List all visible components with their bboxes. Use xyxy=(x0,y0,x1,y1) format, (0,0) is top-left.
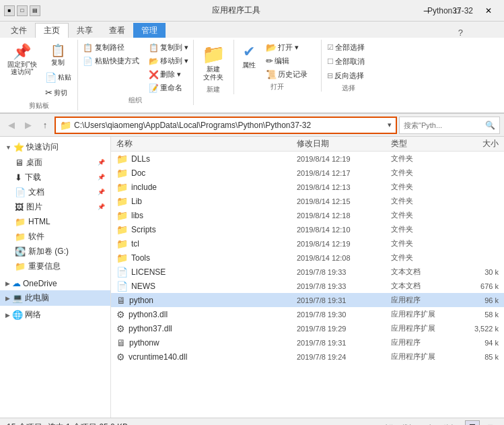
ribbon-select: ☑ 全部选择 ☐ 全部取消 ⊟ 反向选择 选择 xyxy=(322,40,375,93)
sidebar-item-g-drive[interactable]: 💽 新加卷 (G:) xyxy=(0,244,110,259)
btn-pin[interactable]: 📌 固定到"快速访问" xyxy=(4,41,40,77)
header-name[interactable]: 名称 xyxy=(116,138,297,150)
sidebar-item-downloads[interactable]: ⬇ 下载 📌 xyxy=(0,170,110,185)
file-name: DLLs xyxy=(131,154,297,164)
file-name: Tools xyxy=(131,253,297,263)
btn-copy-path[interactable]: 📋 复制路径 xyxy=(81,41,141,54)
open-icon: 📂 xyxy=(266,42,277,53)
file-type: 文件夹 xyxy=(391,238,458,249)
onedrive-item[interactable]: ▶ ☁ OneDrive xyxy=(0,276,110,290)
address-bar-row: ◀ ▶ ↑ 📁 C:\Users\qiaomeng\AppData\Local\… xyxy=(0,114,504,137)
table-row[interactable]: 📁 include 2019/8/14 12:13 文件夹 xyxy=(111,180,504,194)
sidebar-item-html[interactable]: 📁 HTML xyxy=(0,214,110,229)
btn-history[interactable]: 📜 历史记录 xyxy=(264,68,310,81)
sidebar-item-desktop[interactable]: 🖥 桌面 📌 xyxy=(0,155,110,170)
html-icon: 📁 xyxy=(15,217,26,227)
back-button[interactable]: ◀ xyxy=(4,117,19,133)
btn-edit[interactable]: ✏ 编辑 xyxy=(264,55,310,67)
header-type[interactable]: 类型 xyxy=(391,138,458,150)
tab-file[interactable]: 文件 xyxy=(3,23,35,38)
table-row[interactable]: 📁 Doc 2019/8/14 12:17 文件夹 xyxy=(111,166,504,180)
close-button[interactable]: ✕ xyxy=(473,0,504,22)
help-icon[interactable]: ? xyxy=(454,28,467,38)
move-to-icon: 📂 xyxy=(149,57,159,66)
maximize-button[interactable]: □ xyxy=(442,0,473,22)
table-row[interactable]: 📁 Tools 2019/8/14 12:08 文件夹 xyxy=(111,251,504,265)
btn-move-to[interactable]: 📂 移动到 ▾ xyxy=(147,55,190,67)
thispc-item[interactable]: ▶ 💻 此电脑 xyxy=(0,290,110,306)
file-size: 676 k xyxy=(458,282,499,290)
paste-icon: 📄 xyxy=(45,72,57,83)
network-item[interactable]: ▶ 🌐 网络 xyxy=(0,307,110,323)
table-row[interactable]: 📁 tcl 2019/8/14 12:19 文件夹 xyxy=(111,236,504,251)
file-name: include xyxy=(131,183,297,192)
file-name: Scripts xyxy=(131,225,297,234)
view-large-button[interactable]: ⊞ xyxy=(482,420,497,426)
address-dropdown-icon[interactable]: ▾ xyxy=(388,121,392,129)
table-row[interactable]: ⚙ python37.dll 2019/7/8 19:29 应用程序扩展 3,5… xyxy=(111,321,504,335)
table-row[interactable]: 📁 Lib 2019/8/14 12:15 文件夹 xyxy=(111,194,504,208)
tab-view[interactable]: 查看 xyxy=(101,23,133,38)
file-date: 2019/8/14 12:13 xyxy=(297,183,391,191)
quick-access-header[interactable]: ▼ ⭐ 快速访问 xyxy=(0,139,110,155)
file-date: 2019/7/8 19:31 xyxy=(297,339,391,347)
minimize-button[interactable]: ─ xyxy=(411,0,442,22)
forward-button[interactable]: ▶ xyxy=(21,117,36,133)
search-icon[interactable]: 🔍 xyxy=(485,121,495,130)
btn-cut[interactable]: ✂ 剪切 xyxy=(42,86,75,100)
sidebar-item-pictures[interactable]: 🖼 图片 📌 xyxy=(0,199,110,214)
file-name: vcruntime140.dll xyxy=(129,352,297,362)
btn-copy-to[interactable]: 📋 复制到 ▾ xyxy=(147,41,190,54)
btn-paste-shortcut[interactable]: 📄 粘贴快捷方式 xyxy=(81,55,141,67)
ribbon-clipboard: 📌 固定到"快速访问" 📋 复制 📄 粘贴 ✂ 剪切 剪贴板 xyxy=(3,40,78,110)
sidebar-item-docs[interactable]: 📄 文档 📌 xyxy=(0,185,110,199)
desktop-icon: 🖥 xyxy=(15,158,24,168)
software-icon: 📁 xyxy=(15,232,26,242)
table-row[interactable]: 🖥 pythonw 2019/7/8 19:31 应用程序 94 k xyxy=(111,335,504,350)
table-row[interactable]: ⚙ vcruntime140.dll 2019/7/8 19:24 应用程序扩展… xyxy=(111,350,504,364)
tab-home[interactable]: 主页 xyxy=(35,23,69,38)
btn-new-folder[interactable]: 📁 新建文件夹 xyxy=(199,41,229,84)
status-right: https://blog.csdn.net/qia... ☰ ⊞ xyxy=(386,420,497,426)
table-row[interactable]: 📁 DLLs 2019/8/14 12:19 文件夹 xyxy=(111,152,504,166)
file-type: 应用程序扩展 xyxy=(391,352,458,362)
table-row[interactable]: 📄 NEWS 2019/7/8 19:33 文本文档 676 k xyxy=(111,279,504,293)
file-date: 2019/7/8 19:24 xyxy=(297,353,391,361)
up-button[interactable]: ↑ xyxy=(38,117,52,133)
file-type: 文本文档 xyxy=(391,281,458,291)
header-date[interactable]: 修改日期 xyxy=(297,138,391,150)
address-path: C:\Users\qiaomeng\AppData\Local\Programs… xyxy=(74,121,385,130)
table-row[interactable]: 📁 libs 2019/8/14 12:18 文件夹 xyxy=(111,208,504,222)
table-row[interactable]: 📁 Scripts 2019/8/14 12:10 文件夹 xyxy=(111,222,504,236)
btn-invert-select[interactable]: ⊟ 反向选择 xyxy=(324,69,373,82)
btn-delete[interactable]: ❌ 删除 ▾ xyxy=(147,68,190,81)
file-list: 名称 修改日期 类型 大小 📁 DLLs 2019/8/14 12:19 文件夹… xyxy=(111,137,504,418)
address-box[interactable]: 📁 C:\Users\qiaomeng\AppData\Local\Progra… xyxy=(55,117,397,134)
search-input[interactable] xyxy=(404,121,482,129)
file-icon: 📁 xyxy=(116,154,128,164)
tab-manage[interactable]: 管理 xyxy=(133,23,166,38)
table-row[interactable]: ⚙ python3.dll 2019/7/8 19:30 应用程序扩展 58 k xyxy=(111,307,504,321)
table-row[interactable]: 📄 LICENSE 2019/7/8 19:33 文本文档 30 k xyxy=(111,265,504,279)
btn-select-all[interactable]: ☑ 全部选择 xyxy=(324,41,373,54)
cut-icon: ✂ xyxy=(45,88,52,98)
sidebar-item-important[interactable]: 📁 重要信息 xyxy=(0,259,110,273)
tab-share[interactable]: 共享 xyxy=(69,23,101,38)
quick-access-icon: ⭐ xyxy=(13,142,24,152)
delete-icon: ❌ xyxy=(149,70,159,79)
btn-paste[interactable]: 📄 粘贴 xyxy=(42,70,75,85)
btn-properties[interactable]: ✔ 属性 xyxy=(237,41,261,72)
address-folder-icon: 📁 xyxy=(60,120,71,131)
gdrive-icon: 💽 xyxy=(15,247,26,257)
sidebar-item-software[interactable]: 📁 软件 xyxy=(0,229,110,244)
btn-rename[interactable]: 📝 重命名 xyxy=(147,81,190,94)
btn-deselect-all[interactable]: ☐ 全部取消 xyxy=(324,55,373,68)
table-row[interactable]: 🖥 python 2019/7/8 19:31 应用程序 96 k xyxy=(111,293,504,307)
file-type: 应用程序 xyxy=(391,295,458,305)
btn-open[interactable]: 📂 打开 ▾ xyxy=(264,41,310,54)
file-date: 2019/7/8 19:30 xyxy=(297,310,391,319)
item-count: 15 个项目 xyxy=(7,422,42,425)
view-details-button[interactable]: ☰ xyxy=(465,420,480,426)
btn-copy[interactable]: 📋 复制 xyxy=(42,41,75,69)
header-size[interactable]: 大小 xyxy=(458,138,499,150)
